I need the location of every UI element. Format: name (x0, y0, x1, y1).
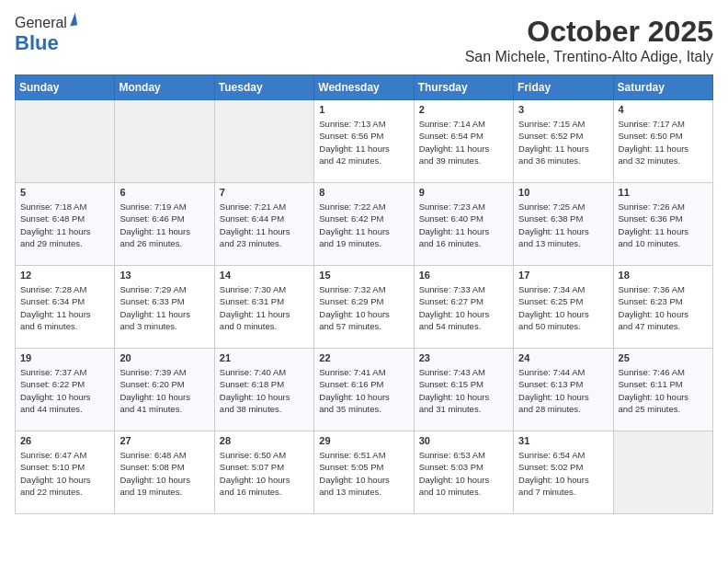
logo-general-text: General (15, 15, 67, 31)
day-info: Sunrise: 7:39 AM Sunset: 6:20 PM Dayligh… (119, 366, 209, 415)
table-row: 31Sunrise: 6:54 AM Sunset: 5:02 PM Dayli… (514, 431, 613, 514)
day-number: 13 (119, 270, 209, 281)
day-info: Sunrise: 6:47 AM Sunset: 5:10 PM Dayligh… (20, 449, 109, 498)
weekday-header-sunday: Sunday (16, 75, 115, 100)
calendar-week-1: 1Sunrise: 7:13 AM Sunset: 6:56 PM Daylig… (16, 100, 713, 183)
table-row: 14Sunrise: 7:30 AM Sunset: 6:31 PM Dayli… (214, 266, 313, 349)
day-info: Sunrise: 7:46 AM Sunset: 6:11 PM Dayligh… (619, 366, 708, 415)
day-info: Sunrise: 7:43 AM Sunset: 6:15 PM Dayligh… (419, 366, 508, 415)
calendar: SundayMondayTuesdayWednesdayThursdayFrid… (15, 75, 713, 514)
day-number: 5 (20, 187, 109, 198)
table-row: 2Sunrise: 7:14 AM Sunset: 6:54 PM Daylig… (414, 100, 513, 183)
weekday-header-wednesday: Wednesday (314, 75, 414, 100)
day-number: 16 (419, 270, 508, 281)
day-number: 1 (319, 104, 408, 115)
table-row (214, 100, 313, 183)
weekday-header-monday: Monday (115, 75, 214, 100)
table-row: 6Sunrise: 7:19 AM Sunset: 6:46 PM Daylig… (115, 183, 214, 266)
day-number: 20 (119, 352, 209, 363)
day-info: Sunrise: 7:41 AM Sunset: 6:16 PM Dayligh… (319, 366, 408, 415)
table-row: 5Sunrise: 7:18 AM Sunset: 6:48 PM Daylig… (16, 183, 115, 266)
table-row: 15Sunrise: 7:32 AM Sunset: 6:29 PM Dayli… (314, 266, 414, 349)
table-row: 30Sunrise: 6:53 AM Sunset: 5:03 PM Dayli… (414, 431, 513, 514)
day-info: Sunrise: 7:33 AM Sunset: 6:27 PM Dayligh… (419, 283, 508, 332)
day-number: 11 (619, 187, 708, 198)
day-info: Sunrise: 6:53 AM Sunset: 5:03 PM Dayligh… (419, 449, 508, 498)
day-number: 28 (220, 435, 309, 446)
table-row: 3Sunrise: 7:15 AM Sunset: 6:52 PM Daylig… (514, 100, 613, 183)
table-row: 23Sunrise: 7:43 AM Sunset: 6:15 PM Dayli… (414, 349, 513, 431)
day-number: 27 (119, 435, 209, 446)
day-info: Sunrise: 7:19 AM Sunset: 6:46 PM Dayligh… (119, 201, 209, 249)
table-row: 9Sunrise: 7:23 AM Sunset: 6:40 PM Daylig… (414, 183, 513, 266)
logo-icon (68, 12, 77, 26)
table-row: 19Sunrise: 7:37 AM Sunset: 6:22 PM Dayli… (16, 349, 115, 431)
day-number: 22 (319, 352, 408, 363)
day-info: Sunrise: 6:54 AM Sunset: 5:02 PM Dayligh… (518, 449, 608, 498)
day-number: 10 (518, 187, 608, 198)
table-row: 10Sunrise: 7:25 AM Sunset: 6:38 PM Dayli… (514, 183, 613, 266)
day-info: Sunrise: 7:36 AM Sunset: 6:23 PM Dayligh… (619, 283, 708, 332)
weekday-header-tuesday: Tuesday (214, 75, 313, 100)
day-info: Sunrise: 7:13 AM Sunset: 6:56 PM Dayligh… (319, 118, 408, 167)
day-number: 12 (20, 270, 109, 281)
table-row: 27Sunrise: 6:48 AM Sunset: 5:08 PM Dayli… (115, 431, 214, 514)
day-number: 2 (419, 104, 508, 115)
weekday-header-thursday: Thursday (414, 75, 513, 100)
day-number: 31 (518, 435, 608, 446)
header: General Blue October 2025 San Michele, T… (15, 15, 713, 65)
day-info: Sunrise: 7:14 AM Sunset: 6:54 PM Dayligh… (419, 118, 508, 167)
day-number: 8 (319, 187, 408, 198)
day-info: Sunrise: 7:34 AM Sunset: 6:25 PM Dayligh… (518, 283, 608, 332)
day-info: Sunrise: 7:30 AM Sunset: 6:31 PM Dayligh… (220, 283, 309, 332)
day-number: 17 (518, 270, 608, 281)
day-info: Sunrise: 7:28 AM Sunset: 6:34 PM Dayligh… (20, 283, 109, 332)
location-title: San Michele, Trentino-Alto Adige, Italy (465, 49, 713, 65)
table-row: 18Sunrise: 7:36 AM Sunset: 6:23 PM Dayli… (613, 266, 712, 349)
calendar-week-5: 26Sunrise: 6:47 AM Sunset: 5:10 PM Dayli… (16, 431, 713, 514)
table-row: 8Sunrise: 7:22 AM Sunset: 6:42 PM Daylig… (314, 183, 414, 266)
table-row: 12Sunrise: 7:28 AM Sunset: 6:34 PM Dayli… (16, 266, 115, 349)
day-number: 24 (518, 352, 608, 363)
table-row (115, 100, 214, 183)
day-info: Sunrise: 7:18 AM Sunset: 6:48 PM Dayligh… (20, 201, 109, 249)
table-row: 26Sunrise: 6:47 AM Sunset: 5:10 PM Dayli… (16, 431, 115, 514)
day-number: 19 (20, 352, 109, 363)
table-row: 11Sunrise: 7:26 AM Sunset: 6:36 PM Dayli… (613, 183, 712, 266)
day-number: 26 (20, 435, 109, 446)
day-number: 4 (619, 104, 708, 115)
day-info: Sunrise: 6:50 AM Sunset: 5:07 PM Dayligh… (220, 449, 309, 498)
day-number: 21 (220, 352, 309, 363)
day-info: Sunrise: 7:37 AM Sunset: 6:22 PM Dayligh… (20, 366, 109, 415)
day-number: 3 (518, 104, 608, 115)
table-row: 17Sunrise: 7:34 AM Sunset: 6:25 PM Dayli… (514, 266, 613, 349)
day-number: 9 (419, 187, 508, 198)
day-info: Sunrise: 7:29 AM Sunset: 6:33 PM Dayligh… (119, 283, 209, 332)
day-info: Sunrise: 7:15 AM Sunset: 6:52 PM Dayligh… (518, 118, 608, 167)
logo: General Blue (15, 15, 76, 55)
day-info: Sunrise: 7:21 AM Sunset: 6:44 PM Dayligh… (220, 201, 309, 249)
month-title: October 2025 (465, 15, 713, 49)
weekday-header-row: SundayMondayTuesdayWednesdayThursdayFrid… (16, 75, 713, 100)
table-row: 21Sunrise: 7:40 AM Sunset: 6:18 PM Dayli… (214, 349, 313, 431)
day-number: 29 (319, 435, 408, 446)
table-row: 4Sunrise: 7:17 AM Sunset: 6:50 PM Daylig… (613, 100, 712, 183)
table-row: 13Sunrise: 7:29 AM Sunset: 6:33 PM Dayli… (115, 266, 214, 349)
table-row: 7Sunrise: 7:21 AM Sunset: 6:44 PM Daylig… (214, 183, 313, 266)
calendar-week-4: 19Sunrise: 7:37 AM Sunset: 6:22 PM Dayli… (16, 349, 713, 431)
day-number: 15 (319, 270, 408, 281)
calendar-week-2: 5Sunrise: 7:18 AM Sunset: 6:48 PM Daylig… (16, 183, 713, 266)
day-info: Sunrise: 7:32 AM Sunset: 6:29 PM Dayligh… (319, 283, 408, 332)
day-info: Sunrise: 7:25 AM Sunset: 6:38 PM Dayligh… (518, 201, 608, 249)
weekday-header-saturday: Saturday (613, 75, 712, 100)
day-number: 23 (419, 352, 508, 363)
day-info: Sunrise: 7:22 AM Sunset: 6:42 PM Dayligh… (319, 201, 408, 249)
day-info: Sunrise: 7:17 AM Sunset: 6:50 PM Dayligh… (619, 118, 708, 167)
day-number: 14 (220, 270, 309, 281)
table-row: 16Sunrise: 7:33 AM Sunset: 6:27 PM Dayli… (414, 266, 513, 349)
table-row: 24Sunrise: 7:44 AM Sunset: 6:13 PM Dayli… (514, 349, 613, 431)
table-row: 22Sunrise: 7:41 AM Sunset: 6:16 PM Dayli… (314, 349, 414, 431)
day-info: Sunrise: 7:44 AM Sunset: 6:13 PM Dayligh… (518, 366, 608, 415)
day-info: Sunrise: 7:26 AM Sunset: 6:36 PM Dayligh… (619, 201, 708, 249)
day-number: 18 (619, 270, 708, 281)
